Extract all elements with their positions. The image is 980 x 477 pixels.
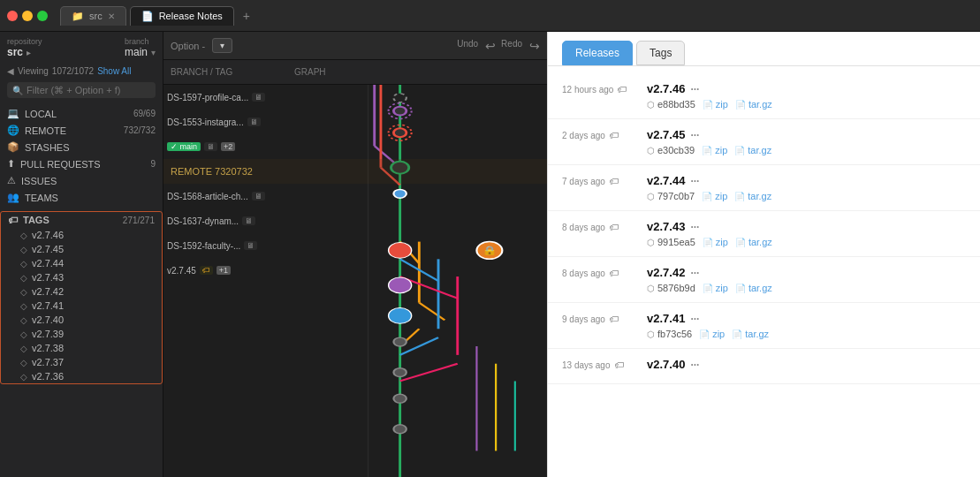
hash-icon: ⬡	[647, 329, 655, 339]
tab-tags[interactable]: Tags	[636, 41, 685, 65]
branch-name-4: DS-1568-article-ch...	[167, 192, 248, 201]
release-version: v2.7.45 ···	[647, 128, 966, 141]
file-icon: 📄	[734, 192, 745, 201]
tag-list-item-v2.7.36[interactable]: ◇v2.7.36	[1, 369, 162, 383]
release-meta: ⬡e88bd35 📄zip 📄tar.gz	[647, 99, 966, 110]
tag-name: v2.7.38	[32, 343, 64, 353]
sidebar-item-stashes[interactable]: 📦 STASHES	[0, 139, 163, 155]
remote-row: REMOTE 7320732	[163, 159, 547, 184]
tag-list-item-v2.7.37[interactable]: ◇v2.7.37	[1, 355, 162, 369]
show-all-button[interactable]: Show All	[97, 66, 131, 76]
release-options-icon[interactable]: ···	[690, 267, 699, 279]
version-text[interactable]: v2.7.42	[647, 266, 685, 279]
asset-link-zip[interactable]: 📄zip	[699, 329, 725, 339]
sidebar-item-local[interactable]: 💻 LOCAL 69/69	[0, 105, 163, 122]
version-text[interactable]: v2.7.40	[647, 358, 685, 371]
version-text[interactable]: v2.7.41	[647, 312, 685, 325]
sidebar-item-teams[interactable]: 👥 TEAMS	[0, 189, 163, 206]
tab-releases[interactable]: Releases	[562, 41, 633, 65]
sidebar-sections: 💻 LOCAL 69/69 🌐 REMOTE 732/732 📦 STASHES	[0, 102, 163, 209]
release-time: 8 days ago 🏷	[562, 220, 633, 232]
time-tag-icon: 🏷	[609, 222, 619, 232]
close-dot[interactable]	[7, 11, 18, 21]
release-options-icon[interactable]: ···	[690, 175, 699, 187]
traffic-lights	[7, 11, 48, 21]
teams-icon: 👥	[7, 192, 19, 203]
undo-button[interactable]: ↩	[485, 39, 496, 53]
redo-button[interactable]: ↪	[529, 39, 540, 53]
asset-link-zip[interactable]: 📄zip	[703, 283, 728, 293]
graph-row-5: DS-1637-dynam... 🖥	[163, 208, 547, 233]
asset-link-tar.gz[interactable]: 📄tar.gz	[735, 237, 772, 247]
repo-arrow-icon[interactable]: ▸	[27, 48, 31, 57]
tag-name: v2.7.42	[32, 286, 64, 297]
asset-link-zip[interactable]: 📄zip	[702, 191, 727, 201]
option-button[interactable]: ▾	[212, 38, 232, 53]
minimize-dot[interactable]	[22, 11, 33, 21]
asset-link-zip[interactable]: 📄zip	[703, 237, 728, 247]
release-options-icon[interactable]: ···	[690, 83, 699, 95]
svg-point-31	[393, 425, 406, 434]
tag-list-item-v2.7.41[interactable]: ◇v2.7.41	[1, 299, 162, 313]
viewing-count: 1072/1072	[52, 66, 94, 76]
file-icon: 📄	[735, 238, 746, 247]
tags-header[interactable]: 🏷 TAGS 271/271	[1, 212, 162, 228]
hash-icon: ⬡	[647, 192, 655, 201]
tag-list-item-v2.7.46[interactable]: ◇v2.7.46	[1, 228, 162, 242]
release-item-v2.7.46: 12 hours ago 🏷 v2.7.46 ··· ⬡e88bd35 📄zip…	[548, 73, 980, 119]
hash-icon: ⬡	[647, 238, 655, 247]
sidebar-item-issues[interactable]: ⚠ ISSUES	[0, 172, 163, 189]
tab-src[interactable]: 📁 src ✕	[60, 6, 126, 26]
asset-link-tar.gz[interactable]: 📄tar.gz	[734, 145, 771, 155]
tag-diamond-icon: ◇	[20, 358, 27, 367]
graph-columns: BRANCH / TAG GRAPH	[163, 60, 547, 85]
sidebar-item-pull-requests[interactable]: ⬆ PULL REQUESTS 9	[0, 155, 163, 172]
hash-icon: ⬡	[647, 100, 655, 110]
release-options-icon[interactable]: ···	[690, 359, 699, 371]
version-text[interactable]: v2.7.46	[647, 82, 685, 95]
file-icon: 📄	[699, 329, 710, 339]
maximize-dot[interactable]	[37, 11, 48, 21]
asset-link-tar.gz[interactable]: 📄tar.gz	[735, 99, 772, 110]
filter-input[interactable]	[27, 85, 150, 95]
tag-list-item-v2.7.38[interactable]: ◇v2.7.38	[1, 341, 162, 355]
sidebar: repository src ▸ branch main ▾ ◀ Vie	[0, 32, 163, 477]
tag-list-item-v2.7.42[interactable]: ◇v2.7.42	[1, 284, 162, 299]
version-text[interactable]: v2.7.44	[647, 174, 685, 187]
tag-diamond-icon: ◇	[20, 315, 27, 325]
version-text[interactable]: v2.7.43	[647, 220, 685, 233]
commit-hash: ⬡e88bd35	[647, 99, 695, 110]
sidebar-item-remote[interactable]: 🌐 REMOTE 732/732	[0, 122, 163, 139]
asset-link-tar.gz[interactable]: 📄tar.gz	[735, 283, 772, 293]
tag-list-item-v2.7.43[interactable]: ◇v2.7.43	[1, 270, 162, 284]
file-icon: 📄	[702, 192, 712, 201]
tab-src-label: src	[89, 11, 103, 21]
tab-src-close[interactable]: ✕	[108, 11, 115, 21]
release-options-icon[interactable]: ···	[690, 221, 699, 233]
tag-name: v2.7.46	[32, 230, 64, 240]
tag-list-item-v2.7.45[interactable]: ◇v2.7.45	[1, 242, 162, 256]
tag-name: v2.7.39	[32, 329, 64, 339]
main-badge: ✓ main	[167, 142, 201, 151]
tag-list-item-v2.7.44[interactable]: ◇v2.7.44	[1, 256, 162, 270]
tag-list-item-v2.7.40[interactable]: ◇v2.7.40	[1, 313, 162, 327]
release-time: 9 days ago 🏷	[562, 312, 633, 324]
branch-name-2: DS-1553-instagra...	[167, 117, 244, 127]
repo-value: src	[7, 46, 23, 58]
version-text[interactable]: v2.7.45	[647, 128, 685, 141]
release-version: v2.7.41 ···	[647, 312, 966, 325]
asset-link-zip[interactable]: 📄zip	[703, 99, 728, 110]
add-tab-button[interactable]: +	[238, 5, 255, 26]
asset-link-zip[interactable]: 📄zip	[702, 145, 727, 155]
tag-list-item-v2.7.39[interactable]: ◇v2.7.39	[1, 327, 162, 341]
asset-link-tar.gz[interactable]: 📄tar.gz	[734, 191, 771, 201]
commit-hash: ⬡e30cb39	[647, 145, 695, 155]
branch-dropdown-icon[interactable]: ▾	[151, 48, 156, 57]
release-list: 12 hours ago 🏷 v2.7.46 ··· ⬡e88bd35 📄zip…	[548, 66, 980, 477]
release-options-icon[interactable]: ···	[690, 313, 699, 325]
tab-release-notes[interactable]: 📄 Release Notes	[130, 6, 234, 26]
graph-row-7: v2.7.45 🏷 +1	[163, 258, 547, 283]
asset-link-tar.gz[interactable]: 📄tar.gz	[732, 329, 769, 339]
release-options-icon[interactable]: ···	[690, 129, 699, 141]
filter-bar[interactable]: 🔍	[7, 82, 156, 98]
